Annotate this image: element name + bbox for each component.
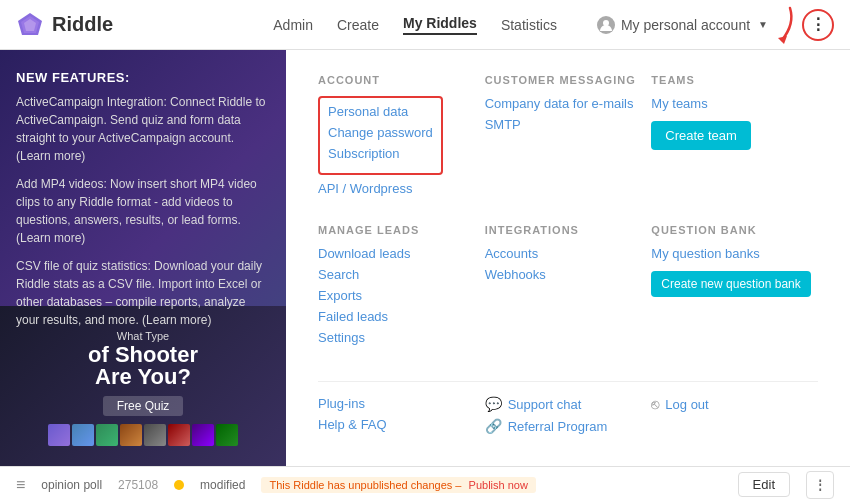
smtp-link[interactable]: SMTP	[485, 117, 652, 132]
bottom-left: Plug-ins Help & FAQ	[318, 396, 485, 442]
more-icon: ⋮	[810, 17, 826, 33]
publish-now-link[interactable]: Publish now	[469, 479, 528, 491]
create-team-button[interactable]: Create team	[651, 121, 751, 150]
bottom-right: ⎋ Log out	[651, 396, 818, 442]
riddle-type: opinion poll	[41, 478, 102, 492]
search-leads-link[interactable]: Search	[318, 267, 485, 282]
manage-leads-header: MANAGE LEADS	[318, 224, 485, 236]
navbar: Riddle Admin Create My Riddles Statistic…	[0, 0, 850, 50]
logo-text: Riddle	[52, 13, 113, 36]
feature-item-2: Add MP4 videos: Now insert short MP4 vid…	[16, 175, 270, 247]
more-options-bottom-button[interactable]: ⋮	[806, 471, 834, 499]
new-features-title: NEW FEATURES:	[16, 70, 270, 85]
help-faq-link[interactable]: Help & FAQ	[318, 417, 485, 432]
teams-section: TEAMS My teams Create team	[651, 74, 818, 204]
quiz-type-text: What Type	[117, 330, 169, 342]
plugins-link[interactable]: Plug-ins	[318, 396, 485, 411]
list-icon: ≡	[16, 476, 25, 494]
failed-leads-link[interactable]: Failed leads	[318, 309, 485, 324]
teams-header: TEAMS	[651, 74, 818, 86]
divider	[318, 381, 818, 384]
change-password-link[interactable]: Change password	[328, 125, 433, 140]
account-label: My personal account	[621, 17, 750, 33]
riddle-id: 275108	[118, 478, 158, 492]
account-links-box: Personal data Change password Subscripti…	[318, 96, 443, 175]
settings-link[interactable]: Settings	[318, 330, 485, 345]
api-wordpress-link[interactable]: API / Wordpress	[318, 181, 485, 196]
my-question-banks-link[interactable]: My question banks	[651, 246, 818, 261]
webhooks-link[interactable]: Webhooks	[485, 267, 652, 282]
support-chat-link[interactable]: 💬 Support chat	[485, 396, 652, 412]
feature-item-3: CSV file of quiz statistics: Download yo…	[16, 257, 270, 329]
quiz-free-label: Free Quiz	[103, 396, 184, 416]
bottom-bar: ≡ opinion poll 275108 modified This Ridd…	[0, 466, 850, 502]
more-options-button[interactable]: ⋮	[802, 9, 834, 41]
personal-data-link[interactable]: Personal data	[328, 104, 433, 119]
integrations-header: INTEGRATIONS	[485, 224, 652, 236]
company-data-link[interactable]: Company data for e-mails	[485, 96, 652, 111]
account-header: ACCOUNT	[318, 74, 485, 86]
nav-create[interactable]: Create	[337, 17, 379, 33]
referral-link[interactable]: 🔗 Referral Program	[485, 418, 652, 434]
download-leads-link[interactable]: Download leads	[318, 246, 485, 261]
customer-messaging-header: CUSTOMER MESSAGING	[485, 74, 652, 86]
referral-icon: 🔗	[485, 418, 502, 434]
my-teams-link[interactable]: My teams	[651, 96, 818, 111]
logout-icon: ⎋	[651, 396, 659, 412]
logo-icon	[16, 11, 44, 39]
accounts-link[interactable]: Accounts	[485, 246, 652, 261]
left-panel: NEW FEATURES: ActiveCampaign Integration…	[0, 50, 286, 466]
account-section: ACCOUNT Personal data Change password Su…	[318, 74, 485, 204]
nav-myriddles[interactable]: My Riddles	[403, 15, 477, 35]
chat-icon: 💬	[485, 396, 502, 412]
quiz-title-line2: Are You?	[95, 364, 191, 390]
customer-messaging-section: CUSTOMER MESSAGING Company data for e-ma…	[485, 74, 652, 204]
exports-link[interactable]: Exports	[318, 288, 485, 303]
edit-button[interactable]: Edit	[738, 472, 790, 497]
subscription-link[interactable]: Subscription	[328, 146, 433, 161]
logo[interactable]: Riddle	[16, 11, 113, 39]
quiz-preview: What Type of Shooter Are You? Free Quiz	[0, 306, 286, 466]
bottom-center: 💬 Support chat 🔗 Referral Program	[485, 396, 652, 442]
status-text: modified	[200, 478, 245, 492]
dot-status	[174, 480, 184, 490]
more-bottom-icon: ⋮	[814, 478, 826, 492]
bottom-links: Plug-ins Help & FAQ 💬 Support chat 🔗 Ref…	[318, 396, 818, 442]
question-bank-section: QUESTION BANK My question banks Create n…	[651, 224, 818, 353]
integrations-section: INTEGRATIONS Accounts Webhooks	[485, 224, 652, 353]
arrow-indicator	[740, 4, 800, 48]
logout-link[interactable]: ⎋ Log out	[651, 396, 818, 412]
content-area: NEW FEATURES: ActiveCampaign Integration…	[0, 50, 850, 466]
account-icon	[597, 16, 615, 34]
quiz-thumbnails	[48, 424, 238, 446]
nav-admin[interactable]: Admin	[273, 17, 313, 33]
nav-statistics[interactable]: Statistics	[501, 17, 557, 33]
svg-marker-4	[778, 36, 787, 44]
dropdown-panel: ACCOUNT Personal data Change password Su…	[286, 50, 850, 466]
create-question-bank-button[interactable]: Create new question bank	[651, 271, 810, 297]
manage-leads-section: MANAGE LEADS Download leads Search Expor…	[318, 224, 485, 353]
question-bank-header: QUESTION BANK	[651, 224, 818, 236]
unpublished-badge: This Riddle has unpublished changes – Pu…	[261, 477, 535, 493]
feature-item-1: ActiveCampaign Integration: Connect Ridd…	[16, 93, 270, 165]
